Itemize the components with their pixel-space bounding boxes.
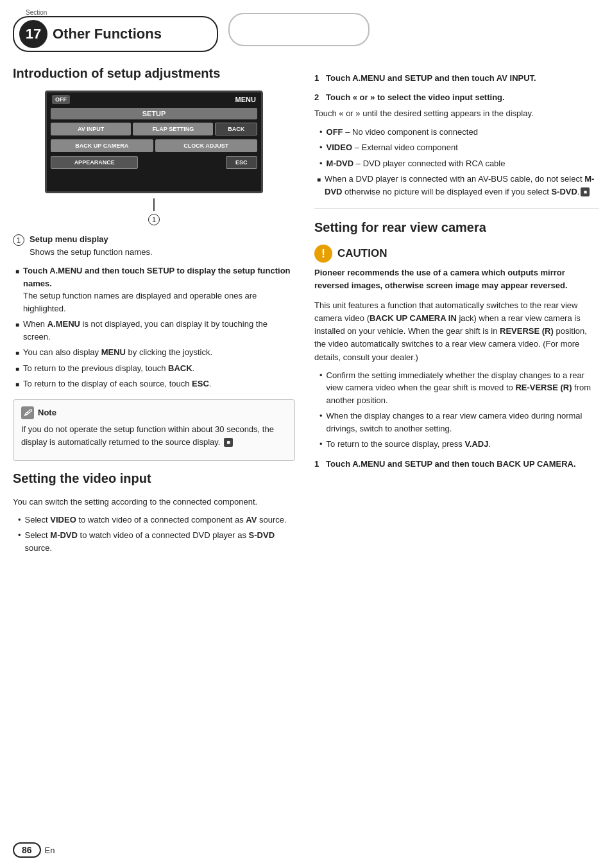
video-input-intro: You can switch the setting according to … bbox=[13, 496, 295, 508]
video-b1: VIDEO bbox=[50, 515, 76, 525]
warning-bullet: When a DVD player is connected with an A… bbox=[314, 173, 599, 198]
main-content: Introduction of setup adjustments OFF ME… bbox=[0, 52, 612, 570]
video-bullet1: Select VIDEO to watch video of a connect… bbox=[13, 514, 295, 526]
caution-header: ! CAUTION bbox=[314, 245, 599, 263]
video-input-heading: Setting the video input bbox=[13, 470, 295, 487]
callout-1-text: Setup menu display Shows the setup funct… bbox=[30, 233, 153, 258]
note2-bold: MENU bbox=[101, 347, 126, 357]
amenu-bullet: Touch A.MENU and then touch SETUP to dis… bbox=[13, 265, 295, 315]
option-mdvd: M-DVD – DVD player connected with RCA ca… bbox=[314, 157, 599, 170]
video-bullet2-text: Select M-DVD to watch video of a connect… bbox=[25, 529, 295, 554]
note4-bullet: To return to the display of each source,… bbox=[13, 378, 295, 390]
device-appearance: APPEARANCE bbox=[51, 156, 138, 169]
device-setup-bar: SETUP bbox=[51, 108, 257, 119]
video-b3: M-DVD bbox=[50, 530, 78, 540]
rear-step1-heading: 1 Touch A.MENU and SETUP and then touch … bbox=[314, 458, 599, 470]
caution-box: ! CAUTION Pioneer recommends the use of … bbox=[314, 245, 599, 291]
section-box: 17 Other Functions bbox=[13, 16, 218, 52]
device-flap-setting: FLAP SETTING bbox=[133, 123, 213, 135]
warning-text: When a DVD player is connected with an A… bbox=[325, 173, 599, 198]
note-header-label: Note bbox=[38, 408, 56, 417]
device-esc: ESC bbox=[226, 156, 257, 169]
rear-camera-heading: Setting for rear view camera bbox=[314, 219, 599, 236]
end-indicator-2: ■ bbox=[581, 187, 590, 196]
amenu-bullet-label: Touch A.MENU and then touch SETUP to dis… bbox=[23, 266, 290, 288]
video-bullet2: Select M-DVD to watch video of a connect… bbox=[13, 529, 295, 554]
video-bullet1-text: Select VIDEO to watch video of a connect… bbox=[25, 514, 287, 526]
note1-bullet: When A.MENU is not displayed, you can di… bbox=[13, 318, 295, 343]
video-b2: AV bbox=[246, 515, 257, 525]
right-column: 1 Touch A.MENU and SETUP and then touch … bbox=[314, 65, 599, 557]
caution-icon: ! bbox=[314, 245, 332, 263]
device-top-bar: OFF MENU bbox=[47, 92, 261, 107]
option-off: OFF – No video component is connected bbox=[314, 126, 599, 139]
rear-body1: This unit features a function that autom… bbox=[314, 299, 599, 364]
device-row3: APPEARANCE ESC bbox=[51, 156, 257, 169]
amenu-bullet-text: Touch A.MENU and then touch SETUP to dis… bbox=[23, 265, 295, 315]
note2-bullet: You can also display MENU by clicking th… bbox=[13, 346, 295, 359]
callout-1: 1 Setup menu display Shows the setup fun… bbox=[13, 233, 295, 258]
device-menu-text: MENU bbox=[235, 96, 256, 103]
note-icon: 🖊 bbox=[21, 406, 34, 419]
option-video-text: VIDEO – External video component bbox=[327, 141, 458, 154]
caution-text: Pioneer recommends the use of a camera w… bbox=[314, 266, 599, 291]
callout-1-desc: Shows the setup function names. bbox=[30, 247, 153, 257]
rear-bullet3: To return to the source display, press V… bbox=[314, 438, 599, 451]
option-mdvd-text: M-DVD – DVD player connected with RCA ca… bbox=[327, 157, 506, 170]
note4-text: To return to the display of each source,… bbox=[23, 378, 211, 390]
rear-bullet3-text: To return to the source display, press V… bbox=[327, 438, 491, 451]
device-off-button: OFF bbox=[52, 95, 70, 104]
rear-bullet1-text: Confirm the setting immediately whether … bbox=[327, 369, 599, 407]
note3-bold: BACK bbox=[168, 363, 192, 373]
rear-step1-num: 1 bbox=[314, 459, 319, 469]
callout-num-1: 1 bbox=[13, 234, 24, 246]
video-step1-num: 1 bbox=[314, 73, 319, 83]
caution-label: CAUTION bbox=[337, 247, 387, 260]
option-video: VIDEO – External video component bbox=[314, 141, 599, 154]
connector-line bbox=[153, 198, 155, 211]
video-step2-body: Touch « or » until the desired setting a… bbox=[314, 107, 599, 120]
footer-language: En bbox=[45, 846, 55, 855]
note3-bullet: To return to the previous display, touch… bbox=[13, 362, 295, 375]
device-diagram: OFF MENU SETUP AV INPUT FLAP SETTING BAC… bbox=[13, 91, 295, 233]
amenu-bullet-body: The setup function names are displayed a… bbox=[23, 291, 257, 313]
video-step2-heading: 2 Touch « or » to select the video input… bbox=[314, 92, 599, 103]
device-screen: OFF MENU SETUP AV INPUT FLAP SETTING BAC… bbox=[45, 91, 263, 193]
note-header: 🖊 Note bbox=[21, 406, 287, 419]
note3-text: To return to the previous display, touch… bbox=[23, 362, 194, 375]
video-b4: S-DVD bbox=[249, 530, 275, 540]
device-av-input: AV INPUT bbox=[51, 123, 131, 135]
note2-text: You can also display MENU by clicking th… bbox=[23, 346, 212, 359]
footer-page-number: 86 bbox=[13, 842, 41, 858]
rear-bullet2: When the display changes to a rear view … bbox=[314, 410, 599, 435]
header-right-placeholder bbox=[228, 13, 370, 46]
diagram-label: 1 bbox=[148, 214, 160, 225]
left-column: Introduction of setup adjustments OFF ME… bbox=[13, 65, 295, 557]
section-divider bbox=[314, 208, 599, 209]
video-step1-heading: 1 Touch A.MENU and SETUP and then touch … bbox=[314, 73, 599, 84]
video-step2-num: 2 bbox=[314, 92, 319, 102]
option-off-text: OFF – No video component is connected bbox=[327, 126, 478, 139]
note-body: If you do not operate the setup function… bbox=[21, 423, 287, 449]
rear-bullet1: Confirm the setting immediately whether … bbox=[314, 369, 599, 407]
note1-bold: A.MENU bbox=[47, 319, 80, 329]
end-indicator: ■ bbox=[224, 438, 233, 447]
section-label: Section bbox=[26, 9, 218, 16]
device-row1: AV INPUT FLAP SETTING BACK bbox=[51, 123, 257, 135]
section-title: Other Functions bbox=[53, 26, 162, 42]
callout-1-label: Setup menu display bbox=[30, 234, 108, 244]
device-clock-adjust: CLOCK ADJUST bbox=[155, 139, 258, 152]
note4-bold: ESC bbox=[192, 379, 209, 388]
device-back-up-camera: BACK UP CAMERA bbox=[51, 139, 153, 152]
intro-heading: Introduction of setup adjustments bbox=[13, 65, 295, 82]
page-footer: 86 En bbox=[13, 842, 55, 858]
device-back: BACK bbox=[215, 123, 257, 135]
note1-text: When A.MENU is not displayed, you can di… bbox=[23, 318, 295, 343]
page-header: Section 17 Other Functions bbox=[0, 0, 612, 52]
note-box: 🖊 Note If you do not operate the setup f… bbox=[13, 399, 295, 461]
rear-bullet2-text: When the display changes to a rear view … bbox=[327, 410, 599, 435]
callout-circle-1: 1 bbox=[148, 214, 160, 225]
device-row2: BACK UP CAMERA CLOCK ADJUST bbox=[51, 139, 257, 152]
section-number: 17 bbox=[19, 20, 47, 48]
